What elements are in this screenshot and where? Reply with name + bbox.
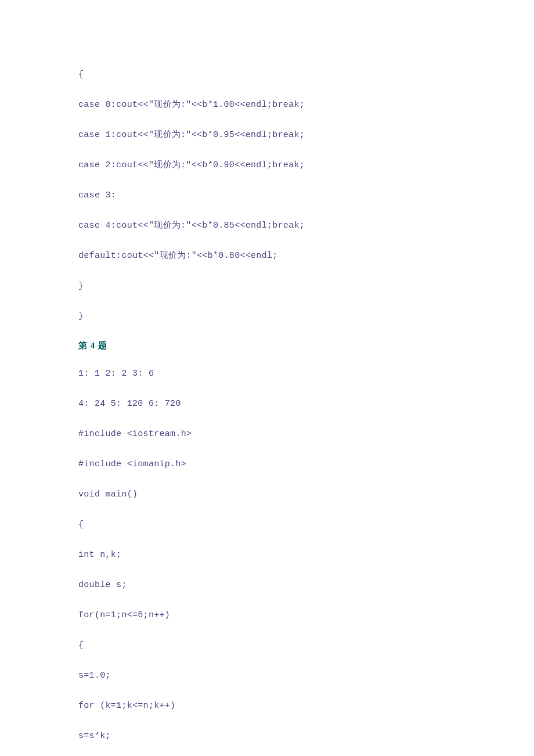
code-line: for(n=1;n<=6;n++) (78, 609, 459, 621)
code-line: case 3: (78, 189, 459, 201)
code-line: int n,k; (78, 549, 459, 561)
code-line: #include <iostream.h> (78, 428, 459, 440)
code-line: for (k=1;k<=n;k++) (78, 700, 459, 712)
code-line: double s; (78, 579, 459, 591)
code-line: } (78, 310, 459, 322)
document-page: {case 0:cout<<"现价为:"<<b*1.00<<endl;break… (0, 0, 534, 756)
section-heading: 第 4 题 (78, 340, 459, 351)
code-line: void main() (78, 488, 459, 501)
code-line: 4: 24 5: 120 6: 720 (78, 398, 459, 410)
code-line: s=1.0; (78, 669, 459, 682)
code-line: s=s*k; (78, 730, 459, 742)
code-line: #include <iomanip.h> (78, 458, 459, 470)
code-line: 1: 1 2: 2 3: 6 (78, 368, 459, 380)
code-line: } (78, 280, 459, 292)
code-line: case 4:cout<<"现价为:"<<b*0.85<<endl;break; (78, 219, 459, 232)
code-line: { (78, 639, 459, 651)
code-line: case 0:cout<<"现价为:"<<b*1.00<<endl;break; (78, 99, 459, 111)
code-line: { (78, 519, 459, 531)
content-container: {case 0:cout<<"现价为:"<<b*1.00<<endl;break… (78, 69, 459, 742)
code-line: { (78, 69, 459, 81)
code-line: case 1:cout<<"现价为:"<<b*0.95<<endl;break; (78, 129, 459, 141)
code-line: case 2:cout<<"现价为:"<<b*0.90<<endl;break; (78, 159, 459, 171)
code-line: default:cout<<"现价为:"<<b*0.80<<endl; (78, 250, 459, 262)
